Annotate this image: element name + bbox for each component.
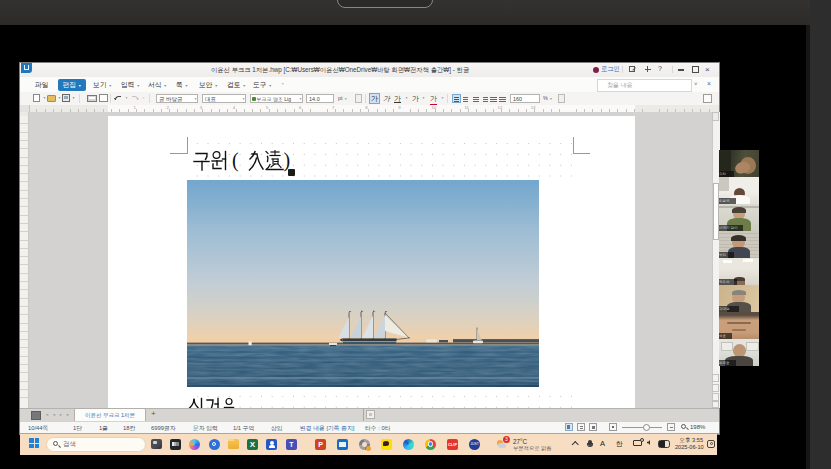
svg-text:(: ( bbox=[232, 149, 239, 172]
